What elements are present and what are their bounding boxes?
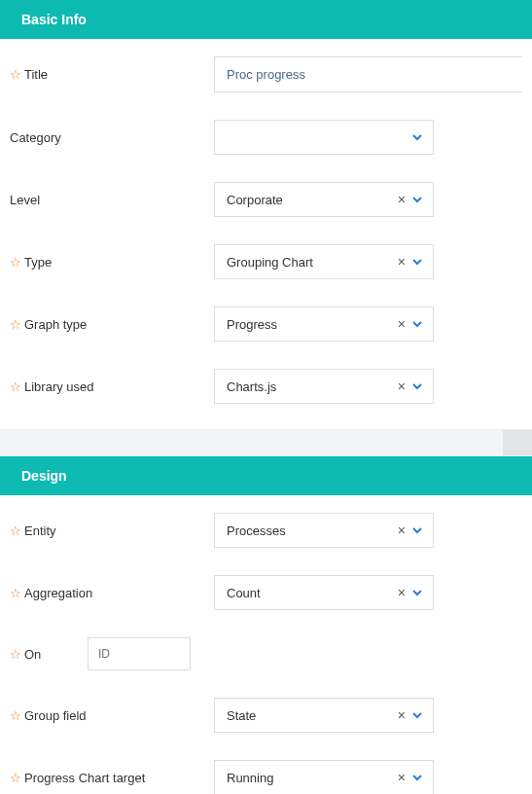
- star-icon: ☆: [10, 318, 21, 331]
- section-title: Design: [21, 468, 67, 484]
- clear-icon[interactable]: ×: [394, 379, 409, 393]
- graph-type-select[interactable]: Progress ×: [214, 307, 434, 342]
- field-title: [214, 56, 522, 92]
- entity-select[interactable]: Processes ×: [214, 513, 434, 548]
- type-select[interactable]: Grouping Chart ×: [214, 244, 434, 279]
- row-type: ☆ Type Grouping Chart ×: [10, 244, 522, 279]
- label-title: ☆ Title: [10, 67, 214, 82]
- title-input[interactable]: [214, 56, 522, 92]
- clear-icon[interactable]: ×: [394, 708, 409, 722]
- clear-icon[interactable]: ×: [394, 193, 409, 206]
- label-text: Entity: [24, 523, 56, 538]
- label-target: ☆ Progress Chart target: [10, 771, 214, 785]
- label-group-field: ☆ Group field: [10, 708, 214, 723]
- label-text: Library used: [24, 379, 94, 394]
- star-icon: ☆: [10, 524, 21, 537]
- row-aggregation: ☆ Aggregation Count ×: [10, 575, 522, 610]
- chevron-down-icon[interactable]: [409, 192, 425, 207]
- chevron-down-icon[interactable]: [409, 707, 425, 723]
- label-category: Category: [10, 130, 214, 145]
- label-text: Title: [24, 67, 48, 82]
- library-select[interactable]: Charts.js ×: [214, 369, 434, 404]
- label-type: ☆ Type: [10, 255, 214, 270]
- target-select[interactable]: Running ×: [214, 760, 434, 794]
- label-level: Level: [10, 193, 214, 207]
- group-field-select[interactable]: State ×: [214, 698, 434, 733]
- label-text: Type: [24, 255, 52, 270]
- label-text: Group field: [24, 708, 87, 723]
- clear-icon[interactable]: ×: [394, 771, 409, 784]
- basic-info-body: ☆ Title Category Level Corporate: [0, 39, 532, 429]
- star-icon: ☆: [10, 256, 21, 269]
- star-icon: ☆: [10, 772, 21, 784]
- label-text: Level: [10, 193, 40, 207]
- row-on: ☆ On: [10, 637, 522, 670]
- section-divider: [0, 429, 532, 456]
- label-library: ☆ Library used: [10, 379, 214, 394]
- label-text: Aggregation: [24, 586, 92, 600]
- row-title: ☆ Title: [10, 56, 522, 92]
- field-type: Grouping Chart ×: [214, 244, 522, 279]
- label-aggregation: ☆ Aggregation: [10, 586, 214, 600]
- section-header-basic-info: Basic Info: [0, 0, 532, 39]
- label-text: On: [24, 647, 41, 662]
- chevron-down-icon[interactable]: [409, 523, 425, 538]
- chevron-down-icon[interactable]: [409, 129, 425, 145]
- field-category: [214, 120, 522, 155]
- row-target: ☆ Progress Chart target Running ×: [10, 760, 522, 794]
- chevron-down-icon[interactable]: [409, 316, 425, 332]
- select-value: State: [227, 708, 394, 723]
- select-value: Count: [227, 586, 394, 600]
- field-on: [214, 637, 522, 670]
- row-group-field: ☆ Group field State ×: [10, 698, 522, 733]
- field-entity: Processes ×: [214, 513, 522, 548]
- field-aggregation: Count ×: [214, 575, 522, 610]
- select-value: Charts.js: [227, 379, 394, 394]
- field-graph-type: Progress ×: [214, 307, 522, 342]
- label-text: Progress Chart target: [24, 771, 145, 785]
- star-icon: ☆: [10, 648, 21, 661]
- row-graph-type: ☆ Graph type Progress ×: [10, 307, 522, 342]
- star-icon: ☆: [10, 587, 21, 599]
- chevron-down-icon[interactable]: [409, 254, 425, 270]
- clear-icon[interactable]: ×: [394, 523, 409, 537]
- row-category: Category: [10, 120, 522, 155]
- label-text: Graph type: [24, 317, 87, 332]
- clear-icon[interactable]: ×: [394, 317, 409, 331]
- design-body: ☆ Entity Processes × ☆ Aggregation Count…: [0, 495, 532, 794]
- chevron-down-icon[interactable]: [409, 585, 425, 600]
- category-select[interactable]: [214, 120, 434, 155]
- select-value: Corporate: [227, 193, 394, 207]
- select-value: Running: [227, 771, 394, 785]
- select-value: Progress: [227, 317, 394, 332]
- row-level: Level Corporate ×: [10, 182, 522, 217]
- label-text: Category: [10, 130, 61, 145]
- aggregation-select[interactable]: Count ×: [214, 575, 434, 610]
- select-value: Grouping Chart: [227, 255, 394, 270]
- star-icon: ☆: [10, 709, 21, 722]
- select-value: Processes: [227, 523, 394, 538]
- section-header-design: Design: [0, 456, 532, 495]
- field-level: Corporate ×: [214, 182, 522, 217]
- chevron-down-icon[interactable]: [409, 770, 425, 785]
- section-title: Basic Info: [21, 12, 87, 27]
- star-icon: ☆: [10, 380, 21, 393]
- row-entity: ☆ Entity Processes ×: [10, 513, 522, 548]
- field-target: Running ×: [214, 760, 522, 794]
- label-graph-type: ☆ Graph type: [10, 317, 214, 332]
- row-library: ☆ Library used Charts.js ×: [10, 369, 522, 404]
- on-input[interactable]: [88, 637, 191, 670]
- clear-icon[interactable]: ×: [394, 255, 409, 269]
- level-select[interactable]: Corporate ×: [214, 182, 434, 217]
- star-icon: ☆: [10, 68, 21, 81]
- field-group-field: State ×: [214, 698, 522, 733]
- field-library: Charts.js ×: [214, 369, 522, 404]
- clear-icon[interactable]: ×: [394, 586, 409, 599]
- chevron-down-icon[interactable]: [409, 379, 425, 394]
- label-entity: ☆ Entity: [10, 523, 214, 538]
